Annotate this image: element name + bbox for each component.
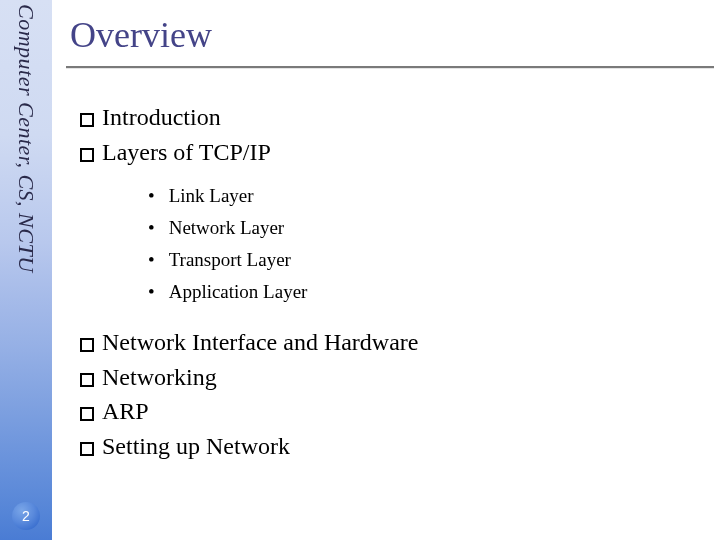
square-bullet-icon <box>80 373 94 387</box>
list-item: Layers of TCP/IP <box>80 135 720 170</box>
dot-bullet-icon: • <box>148 276 155 308</box>
list-item-label: Layers of TCP/IP <box>102 135 271 170</box>
square-bullet-icon <box>80 407 94 421</box>
sidebar: Computer Center, CS, NCTU 2 <box>0 0 52 540</box>
list-item-label: Networking <box>102 360 217 395</box>
sidebar-label: Computer Center, CS, NCTU <box>13 4 39 273</box>
list-item-label: Application Layer <box>169 276 308 308</box>
slide-content: Overview Introduction Layers of TCP/IP •… <box>66 0 720 540</box>
page-number: 2 <box>12 502 40 530</box>
list-item-label: Transport Layer <box>169 244 291 276</box>
dot-bullet-icon: • <box>148 212 155 244</box>
bullet-list: Introduction Layers of TCP/IP • Link Lay… <box>80 100 720 464</box>
list-item: Setting up Network <box>80 429 720 464</box>
square-bullet-icon <box>80 113 94 127</box>
list-item-label: ARP <box>102 394 149 429</box>
square-bullet-icon <box>80 442 94 456</box>
list-item-label: Network Interface and Hardware <box>102 325 419 360</box>
list-item: Networking <box>80 360 720 395</box>
list-item: • Transport Layer <box>148 244 720 276</box>
dot-bullet-icon: • <box>148 244 155 276</box>
list-item-label: Introduction <box>102 100 221 135</box>
list-item: Introduction <box>80 100 720 135</box>
page-title: Overview <box>70 14 720 56</box>
list-item: Network Interface and Hardware <box>80 325 720 360</box>
dot-bullet-icon: • <box>148 180 155 212</box>
list-item: • Application Layer <box>148 276 720 308</box>
list-item-label: Network Layer <box>169 212 285 244</box>
square-bullet-icon <box>80 148 94 162</box>
sub-list: • Link Layer • Network Layer • Transport… <box>148 180 720 309</box>
square-bullet-icon <box>80 338 94 352</box>
list-item-label: Link Layer <box>169 180 254 212</box>
list-item: • Network Layer <box>148 212 720 244</box>
list-item-label: Setting up Network <box>102 429 290 464</box>
list-item: ARP <box>80 394 720 429</box>
list-item: • Link Layer <box>148 180 720 212</box>
title-rule <box>66 66 714 68</box>
